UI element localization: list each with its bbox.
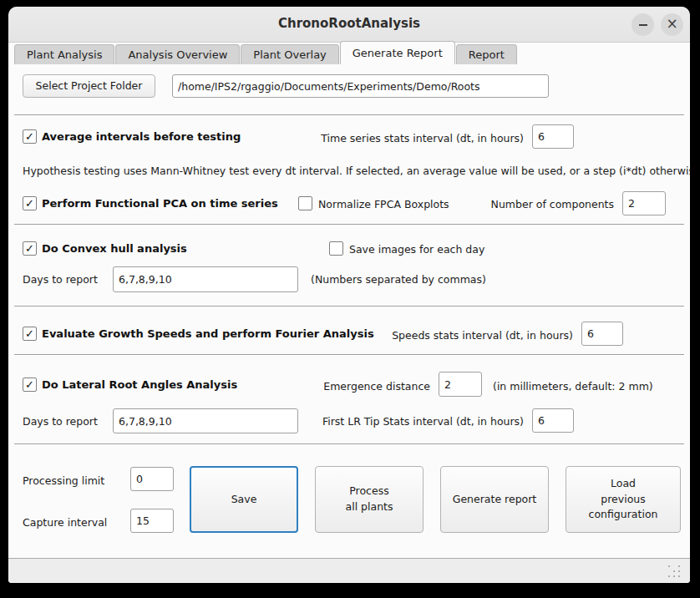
load-previous-configuration-button[interactable]: Load previous configuration	[566, 466, 681, 533]
speeds-interval-input[interactable]	[581, 322, 623, 346]
window-title: ChronoRootAnalysis	[8, 16, 690, 31]
lr-tip-interval-input[interactable]	[532, 408, 574, 433]
average-intervals-checkbox[interactable]	[23, 129, 37, 144]
lateral-days-input[interactable]	[113, 408, 298, 433]
normalize-fpca-checkbox[interactable]	[298, 196, 312, 210]
speeds-interval-label: Speeds stats interval (dt, in hours)	[359, 329, 573, 342]
project-path-input[interactable]	[172, 74, 549, 98]
convex-days-hint: (Numbers separated by commas)	[311, 273, 486, 286]
fpca-checkbox[interactable]	[23, 196, 37, 210]
convex-days-label: Days to report	[23, 273, 98, 286]
tab-plant-analysis[interactable]: Plant Analysis	[14, 44, 114, 64]
section-divider	[14, 224, 684, 225]
section-divider	[14, 306, 684, 307]
hypothesis-note: Hypothesis testing uses Mann-Whitney tes…	[23, 165, 682, 177]
lr-tip-interval-label: First LR Tip Stats interval (dt, in hour…	[307, 415, 524, 428]
emergence-distance-label: Emergence distance	[305, 380, 430, 393]
save-images-checkbox[interactable]	[329, 241, 343, 256]
lateral-days-label: Days to report	[23, 415, 98, 428]
time-series-interval-label: Time series stats interval (dt, in hours…	[284, 132, 524, 144]
process-all-plants-button[interactable]: Process all plants	[315, 466, 424, 533]
app-window: ChronoRootAnalysis × Plant Analysis Anal…	[8, 7, 690, 583]
resize-grip[interactable]	[668, 565, 682, 579]
tab-generate-report[interactable]: Generate Report	[340, 41, 455, 64]
select-project-folder-button[interactable]: Select Project Folder	[23, 74, 155, 98]
capture-interval-label: Capture interval	[23, 516, 107, 529]
tab-bar: Plant Analysis Analysis Overview Plant O…	[14, 41, 518, 64]
tab-report[interactable]: Report	[456, 44, 517, 64]
lateral-root-label: Do Lateral Root Angles Analysis	[42, 378, 237, 391]
normalize-fpca-label: Normalize FPCA Boxplots	[318, 198, 449, 210]
title-bar[interactable]: ChronoRootAnalysis ×	[8, 7, 690, 43]
close-button[interactable]: ×	[661, 13, 683, 36]
tab-plant-overlay[interactable]: Plant Overlay	[241, 44, 338, 64]
emergence-distance-hint: (in millimeters, default: 2 mm)	[493, 380, 653, 393]
components-input[interactable]	[622, 191, 666, 215]
growth-speeds-label: Evaluate Growth Speeds and perform Fouri…	[42, 327, 374, 340]
growth-speeds-checkbox[interactable]	[23, 327, 37, 341]
average-intervals-label: Average intervals before testing	[42, 130, 241, 143]
generate-report-button[interactable]: Generate report	[440, 466, 549, 533]
save-images-label: Save images for each day	[349, 243, 484, 256]
tab-analysis-overview[interactable]: Analysis Overview	[115, 44, 240, 64]
section-divider	[14, 443, 684, 444]
time-series-interval-input[interactable]	[532, 124, 574, 149]
lateral-root-checkbox[interactable]	[23, 378, 37, 392]
status-bar	[8, 558, 690, 583]
section-divider	[14, 114, 684, 115]
save-button[interactable]: Save	[190, 466, 298, 533]
generate-report-panel: Select Project Folder Average intervals …	[8, 64, 690, 558]
emergence-distance-input[interactable]	[439, 372, 482, 397]
minimize-icon	[639, 24, 647, 26]
minimize-button[interactable]	[632, 13, 654, 36]
convex-hull-checkbox[interactable]	[23, 241, 37, 256]
fpca-label: Perform Functional PCA on time series	[42, 197, 278, 210]
processing-limit-input[interactable]	[130, 467, 174, 491]
convex-hull-label: Do Convex hull analysis	[42, 242, 187, 255]
processing-limit-label: Processing limit	[23, 474, 104, 487]
close-icon: ×	[666, 17, 677, 31]
convex-days-input[interactable]	[113, 266, 298, 292]
desktop-background: ChronoRootAnalysis × Plant Analysis Anal…	[0, 0, 700, 598]
components-label: Number of components	[464, 198, 614, 210]
section-divider	[14, 354, 684, 355]
capture-interval-input[interactable]	[130, 509, 174, 533]
